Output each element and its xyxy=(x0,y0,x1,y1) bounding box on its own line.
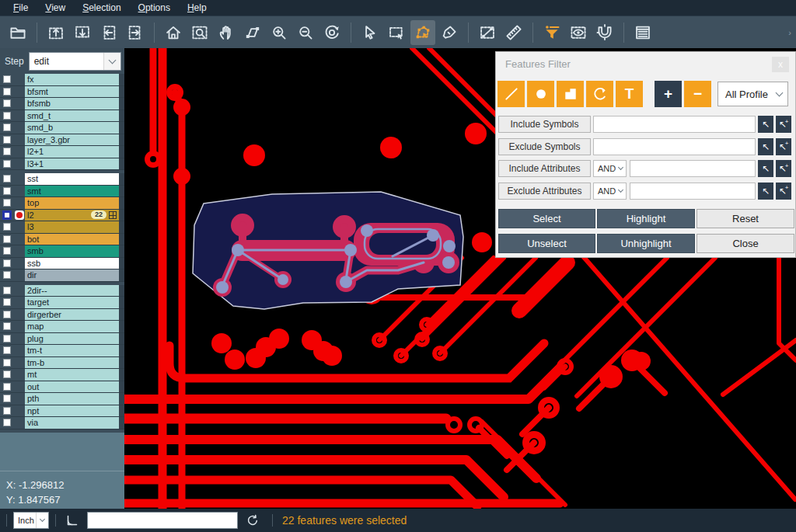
zoom-out-icon[interactable] xyxy=(293,20,318,45)
pick-arrow-icon[interactable]: ↖ xyxy=(758,138,773,155)
layer-checkbox[interactable] xyxy=(0,112,13,120)
zoom-area-icon[interactable] xyxy=(187,20,212,45)
layer-name[interactable]: fx xyxy=(25,74,119,85)
exclude-symbols-input[interactable] xyxy=(593,138,756,155)
grid-icon[interactable] xyxy=(109,211,117,219)
layer-row-target[interactable]: target xyxy=(0,297,124,309)
layer-checkbox[interactable] xyxy=(0,370,13,378)
include-attributes-operator-select[interactable]: AND xyxy=(593,160,627,177)
add-filter-button[interactable]: + xyxy=(655,81,682,107)
reset-button[interactable]: Reset xyxy=(696,209,794,228)
layer-name[interactable]: l222 xyxy=(25,210,119,221)
angle-icon[interactable] xyxy=(65,513,79,527)
layer-checkbox[interactable] xyxy=(0,123,13,131)
include-symbols-input[interactable] xyxy=(593,116,756,133)
layer-checkbox[interactable] xyxy=(0,311,13,318)
menu-item-selection[interactable]: Selection xyxy=(74,0,129,16)
step-select[interactable]: edit xyxy=(29,52,121,71)
layer-row-map[interactable]: map xyxy=(0,321,124,333)
layer-name[interactable]: ssb xyxy=(25,258,119,269)
ruler-icon[interactable] xyxy=(501,20,526,45)
layer-checkbox[interactable] xyxy=(0,271,13,279)
layer-checkbox[interactable] xyxy=(0,287,13,294)
refresh-icon[interactable] xyxy=(246,513,260,527)
layer-checkbox[interactable] xyxy=(0,259,13,267)
arc-feature-button[interactable] xyxy=(586,81,613,107)
layer-checkbox[interactable] xyxy=(0,383,13,391)
unhighlight-button[interactable]: Unhighlight xyxy=(597,234,695,253)
layer-row-l2+1[interactable]: l2+1 xyxy=(0,146,124,158)
layer-name[interactable]: bfsmb xyxy=(25,98,119,110)
layer-name[interactable]: out xyxy=(25,381,119,393)
layer-checkbox[interactable] xyxy=(0,235,13,243)
menu-item-file[interactable]: File xyxy=(5,0,37,16)
pick-arrow-icon[interactable]: ↖ xyxy=(758,183,773,200)
layer-checkbox[interactable] xyxy=(0,75,13,83)
unselect-button[interactable]: Unselect xyxy=(498,234,595,253)
layer-row-smd_b[interactable]: smd_b xyxy=(0,122,124,134)
layer-row-bot[interactable]: bot xyxy=(0,234,124,246)
menu-item-options[interactable]: Options xyxy=(130,0,179,16)
include-attributes-button[interactable]: Include Attributes xyxy=(498,160,591,177)
layer-checkbox[interactable] xyxy=(0,346,13,354)
layer-name[interactable]: tm-t xyxy=(25,345,119,356)
pick-add-arrow-icon[interactable]: ↖+ xyxy=(776,138,791,155)
brush-icon[interactable] xyxy=(437,20,462,45)
toolbar-overflow-icon[interactable]: › xyxy=(788,28,791,37)
profile-select[interactable]: All Profile xyxy=(717,82,788,106)
layer-row-bfsmt[interactable]: bfsmt xyxy=(0,86,124,99)
layer-row-bfsmb[interactable]: bfsmb xyxy=(0,98,124,110)
measure-icon[interactable] xyxy=(475,20,500,45)
layer-row-mt[interactable]: mt xyxy=(0,369,124,381)
pan-hand-icon[interactable] xyxy=(214,20,239,45)
filter-icon[interactable] xyxy=(539,20,564,45)
zoom-reset-icon[interactable] xyxy=(319,20,344,45)
layer-checkbox[interactable] xyxy=(0,210,13,220)
layer-row-smd_t[interactable]: smd_t xyxy=(0,110,124,123)
layer-name[interactable]: dir xyxy=(25,269,119,281)
include-attributes-input[interactable] xyxy=(630,160,756,177)
layer-name[interactable]: bfsmt xyxy=(25,86,119,98)
include-symbols-button[interactable]: Include Symbols xyxy=(498,116,591,133)
layer-row-tm-b[interactable]: tm-b xyxy=(0,357,124,370)
layer-checkbox[interactable] xyxy=(0,247,13,255)
layer-name[interactable]: mt xyxy=(25,369,119,381)
layer-name[interactable]: l3 xyxy=(25,221,119,233)
layer-name[interactable]: layer_3.gbr xyxy=(25,134,119,146)
layer-checkbox[interactable] xyxy=(0,298,13,306)
zoom-in-icon[interactable] xyxy=(267,20,292,45)
layer-checkbox[interactable] xyxy=(0,99,13,107)
box-arrow-down-icon[interactable] xyxy=(70,20,95,45)
layer-row-dir[interactable]: dir xyxy=(0,269,124,282)
layer-row-top[interactable]: top xyxy=(0,197,124,210)
close-button[interactable]: Close xyxy=(696,234,794,253)
layer-row-ssb[interactable]: ssb xyxy=(0,258,124,270)
layer-checkbox[interactable] xyxy=(0,187,13,195)
layer-row-tm-t[interactable]: tm-t xyxy=(0,345,124,357)
layer-name[interactable]: plug xyxy=(25,333,119,345)
active-layer-indicator[interactable] xyxy=(13,210,25,220)
layer-name[interactable]: 2dir-- xyxy=(25,285,119,297)
exclude-attributes-operator-select[interactable]: AND xyxy=(593,183,627,200)
layer-name[interactable]: sst xyxy=(25,173,119,185)
remove-filter-button[interactable]: − xyxy=(684,81,711,107)
layer-name[interactable]: l3+1 xyxy=(25,158,119,170)
layer-row-2dir--[interactable]: 2dir-- xyxy=(0,285,124,297)
pad-feature-button[interactable] xyxy=(527,81,554,107)
line-feature-button[interactable] xyxy=(498,81,525,107)
pick-arrow-icon[interactable]: ↖ xyxy=(758,116,773,133)
layer-row-smt[interactable]: smt xyxy=(0,186,124,198)
layer-row-sst[interactable]: sst xyxy=(0,173,124,186)
layer-name[interactable]: smd_t xyxy=(25,110,119,122)
rect-select-icon[interactable] xyxy=(384,20,409,45)
layer-checkbox[interactable] xyxy=(0,223,13,231)
layer-name[interactable]: top xyxy=(25,197,119,209)
layer-checkbox[interactable] xyxy=(0,335,13,342)
layer-checkbox[interactable] xyxy=(0,148,13,155)
layer-checkbox[interactable] xyxy=(0,160,13,168)
box-arrow-left-icon[interactable] xyxy=(96,20,121,45)
panel-list-icon[interactable] xyxy=(630,20,655,45)
command-input[interactable] xyxy=(87,512,238,529)
layer-row-dirgerber[interactable]: dirgerber xyxy=(0,309,124,322)
layer-row-fx[interactable]: fx xyxy=(0,74,124,86)
